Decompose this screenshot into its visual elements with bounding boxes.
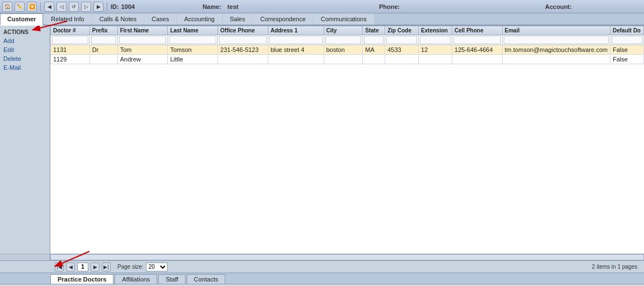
col-prefix: Prefix — [89, 26, 117, 35]
page-size-select[interactable]: 20 50 100 — [146, 263, 168, 271]
bottom-tab-staff[interactable]: Staff — [158, 274, 185, 284]
col-doctor-num: Doctor # — [51, 26, 90, 35]
content-area: ACTIONS Add Edit Delete E-Mail Doctor # … — [0, 26, 644, 254]
filter-city[interactable] — [325, 36, 362, 44]
forward-icon[interactable]: ▷ — [81, 2, 91, 12]
footer: Dental Lab CPM™ - Web Platform V12.20072… — [0, 284, 644, 286]
next-page-button[interactable]: ▶ — [91, 263, 100, 271]
sidebar-item-edit[interactable]: Edit — [0, 45, 50, 54]
main-tabs: Customer Related Info Calls & Notes Case… — [0, 13, 644, 26]
current-page: 1 — [77, 263, 88, 271]
filter-cell-phone[interactable] — [453, 36, 501, 44]
name-value: test — [228, 3, 239, 10]
sidebar-item-add[interactable]: Add — [0, 36, 50, 45]
cell-state: MA — [363, 45, 385, 55]
phone-label: Phone: — [379, 3, 400, 10]
name-field: Name: test — [202, 3, 238, 10]
cell-zip: 4533 — [385, 45, 419, 55]
cell-email: tm.tomson@magictouchsoftware.com — [502, 45, 610, 55]
tab-sales[interactable]: Sales — [222, 13, 253, 25]
cell-first-name: Andrew — [117, 55, 168, 64]
tab-cases[interactable]: Cases — [144, 13, 176, 25]
sidebar: ACTIONS Add Edit Delete E-Mail — [0, 26, 50, 254]
filter-office-phone[interactable] — [219, 36, 267, 44]
actions-label: ACTIONS — [0, 28, 50, 36]
filter-zip[interactable] — [386, 36, 417, 44]
cell-address1 — [268, 55, 324, 64]
account-field: Account: — [545, 3, 572, 10]
tab-communications[interactable]: Communications — [314, 13, 374, 25]
filter-row — [51, 35, 644, 45]
bottom-tab-practice-doctors[interactable]: Practice Doctors — [50, 274, 113, 284]
col-city: City — [324, 26, 363, 35]
table-row[interactable]: 1131 Dr Tom Tomson 231-546-5123 blue str… — [51, 45, 644, 55]
tab-correspondence[interactable]: Correspondence — [253, 13, 312, 25]
last-page-button[interactable]: ▶| — [102, 263, 111, 271]
cell-doctor-num: 1129 — [51, 55, 90, 64]
cell-doctor-num: 1131 — [51, 45, 90, 55]
home-icon[interactable]: 🏠 — [2, 2, 12, 12]
filter-state[interactable] — [364, 36, 383, 44]
cell-prefix: Dr — [89, 45, 117, 55]
filter-prefix[interactable] — [91, 36, 116, 44]
cell-first-name: Tom — [117, 45, 168, 55]
cell-cell-phone — [452, 55, 503, 64]
cell-last-name: Little — [168, 55, 218, 64]
separator — [40, 2, 41, 11]
tab-customer[interactable]: Customer — [0, 13, 43, 26]
bottom-tab-affiliations[interactable]: Affiliations — [115, 274, 157, 284]
bottom-tab-contacts[interactable]: Contacts — [187, 274, 225, 284]
id-field: ID: 1004 — [111, 3, 135, 10]
table-row[interactable]: 1129 Andrew Little False — [51, 55, 644, 64]
refresh-icon[interactable]: ↺ — [69, 2, 79, 12]
col-address1: Address 1 — [268, 26, 324, 35]
bottom-tabs: Practice Doctors Affiliations Staff Cont… — [0, 273, 644, 284]
tab-calls-notes[interactable]: Calls & Notes — [92, 13, 144, 25]
filter-first-name[interactable] — [119, 36, 167, 44]
cell-city: boston — [324, 45, 363, 55]
filter-default-do[interactable] — [612, 36, 642, 44]
page-size-label: Page size: — [117, 264, 144, 270]
pagination-bar: |◀ ◀ 1 ▶ ▶| Page size: 20 50 100 2 items… — [0, 260, 644, 273]
data-table: Doctor # Prefix First Name Last Name Off… — [50, 26, 644, 64]
col-first-name: First Name — [117, 26, 168, 35]
col-extension: Extension — [419, 26, 452, 35]
tab-related-info[interactable]: Related Info — [44, 13, 91, 25]
filter-address1[interactable] — [269, 36, 323, 44]
account-label: Account: — [545, 3, 572, 10]
cell-zip — [385, 55, 419, 64]
col-zip: Zip Code — [385, 26, 419, 35]
cell-office-phone: 231-546-5123 — [218, 45, 268, 55]
filter-icon[interactable]: 🔽 — [27, 2, 37, 12]
filter-email[interactable] — [504, 36, 609, 44]
sidebar-item-delete[interactable]: Delete — [0, 54, 50, 63]
toolbar: 🏠 ✏️ 🔽 ◀ ◁ ↺ ▷ ▶ ID: 1004 Name: test Pho… — [0, 0, 644, 13]
separator2 — [107, 2, 107, 11]
filter-doctor-num[interactable] — [52, 36, 88, 44]
filter-last-name[interactable] — [169, 36, 216, 44]
cell-office-phone — [218, 55, 268, 64]
filter-extension[interactable] — [420, 36, 451, 44]
col-email: Email — [502, 26, 610, 35]
col-office-phone: Office Phone — [218, 26, 268, 35]
back2-icon[interactable]: ◁ — [56, 2, 67, 12]
cell-state — [363, 55, 385, 64]
cell-address1: blue street 4 — [268, 45, 324, 55]
id-value: 1004 — [121, 3, 135, 10]
sidebar-item-email[interactable]: E-Mail — [0, 63, 50, 72]
id-label: ID: — [111, 3, 119, 10]
cell-cell-phone: 125-646-4664 — [452, 45, 503, 55]
prev-page-button[interactable]: ◀ — [66, 263, 75, 271]
col-state: State — [363, 26, 385, 35]
tab-accounting[interactable]: Accounting — [177, 13, 222, 25]
cell-default-do: False — [610, 45, 643, 55]
col-cell-phone: Cell Phone — [452, 26, 503, 35]
grid-container[interactable]: Doctor # Prefix First Name Last Name Off… — [50, 26, 644, 254]
back-icon[interactable]: ◀ — [44, 2, 54, 12]
forward2-icon[interactable]: ▶ — [93, 2, 103, 12]
cell-last-name: Tomson — [168, 45, 218, 55]
edit-icon[interactable]: ✏️ — [15, 2, 25, 12]
phone-field: Phone: — [379, 3, 400, 10]
cell-city — [324, 55, 363, 64]
first-page-button[interactable]: |◀ — [55, 263, 64, 271]
